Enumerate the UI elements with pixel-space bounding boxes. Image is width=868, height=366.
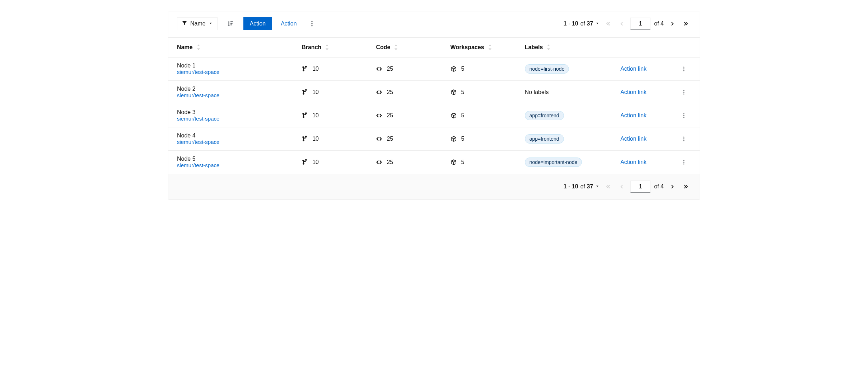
sort-button[interactable] [224, 17, 237, 30]
of-pages-label: of 4 [654, 20, 664, 27]
node-sublink[interactable]: siemur/test-space [177, 139, 219, 145]
column-header-kebab [668, 38, 700, 57]
cell-action: Action link [615, 151, 668, 174]
pagination-bottom: 1 - 10 of 37 of 4 [564, 180, 691, 193]
cell-kebab [668, 127, 700, 151]
sort-icon [488, 44, 492, 50]
cell-workspaces: 5 [445, 81, 519, 104]
row-kebab-button[interactable] [677, 86, 690, 99]
prev-page-button[interactable] [617, 182, 627, 192]
code-icon [376, 66, 382, 72]
table-row: Node 1siemur/test-space10255node=first-n… [168, 57, 700, 81]
cell-kebab [668, 151, 700, 174]
column-header-labels[interactable]: Labels [519, 38, 615, 57]
kebab-icon [681, 66, 687, 72]
caret-down-icon [595, 183, 599, 190]
branch-icon [302, 112, 308, 119]
kebab-icon [681, 89, 687, 95]
secondary-action-button[interactable]: Action [279, 17, 299, 30]
kebab-icon [681, 136, 687, 142]
branch-icon [302, 66, 308, 72]
cell-workspaces: 5 [445, 57, 519, 81]
cell-labels: node=first-node [519, 57, 615, 81]
cell-kebab [668, 104, 700, 127]
first-page-button[interactable] [603, 182, 613, 192]
pagination-top: 1 - 10 of 37 of 4 [564, 18, 691, 30]
branch-icon [302, 159, 308, 165]
of-pages-label: of 4 [654, 183, 664, 190]
cell-branch: 10 [296, 81, 370, 104]
node-name: Node 3 [177, 109, 290, 116]
row-action-link[interactable]: Action link [620, 112, 647, 118]
table-row: Node 3siemur/test-space10255app=frontend… [168, 104, 700, 127]
cell-branch: 10 [296, 104, 370, 127]
overflow-menu-button[interactable] [305, 17, 318, 30]
cell-branch: 10 [296, 127, 370, 151]
first-page-button[interactable] [603, 19, 613, 29]
cell-kebab [668, 57, 700, 81]
kebab-icon [681, 113, 687, 118]
pagination-bottom-bar: 1 - 10 of 37 of 4 [168, 174, 700, 199]
primary-action-button[interactable]: Action [243, 17, 272, 30]
data-table: Name Branch Code Workspaces Labels Node … [168, 37, 700, 174]
next-page-button[interactable] [667, 182, 677, 192]
toolbar: Name Action Action 1 - 10 of 37 [168, 11, 700, 37]
cell-code: 25 [370, 57, 444, 81]
pagination-range[interactable]: 1 - 10 of 37 [564, 20, 600, 27]
node-name: Node 2 [177, 86, 290, 92]
column-header-code[interactable]: Code [370, 38, 444, 57]
cell-code: 25 [370, 81, 444, 104]
cube-icon [451, 66, 457, 72]
row-action-link[interactable]: Action link [620, 159, 647, 165]
code-icon [376, 136, 382, 142]
pagination-range[interactable]: 1 - 10 of 37 [564, 183, 600, 190]
cell-branch: 10 [296, 151, 370, 174]
toolbar-left: Name Action Action [177, 17, 318, 30]
branch-icon [302, 136, 308, 142]
cell-workspaces: 5 [445, 127, 519, 151]
cube-icon [451, 136, 457, 142]
row-action-link[interactable]: Action link [620, 66, 647, 72]
cell-action: Action link [615, 127, 668, 151]
data-table-card: Name Action Action 1 - 10 of 37 [168, 11, 700, 199]
filter-dropdown[interactable]: Name [177, 17, 218, 30]
cell-code: 25 [370, 151, 444, 174]
kebab-icon [681, 159, 687, 165]
branch-icon [302, 89, 308, 95]
row-kebab-button[interactable] [677, 132, 690, 145]
row-kebab-button[interactable] [677, 62, 690, 75]
column-header-workspaces[interactable]: Workspaces [445, 38, 519, 57]
code-icon [376, 89, 382, 95]
node-name: Node 5 [177, 156, 290, 162]
node-sublink[interactable]: siemur/test-space [177, 162, 219, 168]
node-sublink[interactable]: siemur/test-space [177, 116, 219, 122]
table-row: Node 5siemur/test-space10255node=importa… [168, 151, 700, 174]
last-page-button[interactable] [681, 182, 691, 192]
node-sublink[interactable]: siemur/test-space [177, 92, 219, 98]
row-kebab-button[interactable] [677, 109, 690, 122]
cell-branch: 10 [296, 57, 370, 81]
node-sublink[interactable]: siemur/test-space [177, 69, 219, 75]
last-page-button[interactable] [681, 19, 691, 29]
cell-action: Action link [615, 57, 668, 81]
cell-labels: node=important-node [519, 151, 615, 174]
row-action-link[interactable]: Action link [620, 89, 647, 95]
column-header-name[interactable]: Name [168, 38, 296, 57]
cell-action: Action link [615, 81, 668, 104]
page-number-input[interactable] [630, 180, 650, 193]
row-action-link[interactable]: Action link [620, 136, 647, 142]
row-kebab-button[interactable] [677, 156, 690, 169]
node-name: Node 4 [177, 132, 290, 139]
table-header-row: Name Branch Code Workspaces Labels [168, 38, 700, 57]
column-header-branch[interactable]: Branch [296, 38, 370, 57]
code-icon [376, 159, 382, 165]
prev-page-button[interactable] [617, 19, 627, 29]
cell-action: Action link [615, 104, 668, 127]
cell-workspaces: 5 [445, 104, 519, 127]
column-header-action [615, 38, 668, 57]
next-page-button[interactable] [667, 19, 677, 29]
filter-label: Name [190, 20, 206, 27]
cell-labels: No labels [519, 81, 615, 104]
toolbar-right: 1 - 10 of 37 of 4 [564, 18, 691, 30]
page-number-input[interactable] [630, 18, 650, 30]
